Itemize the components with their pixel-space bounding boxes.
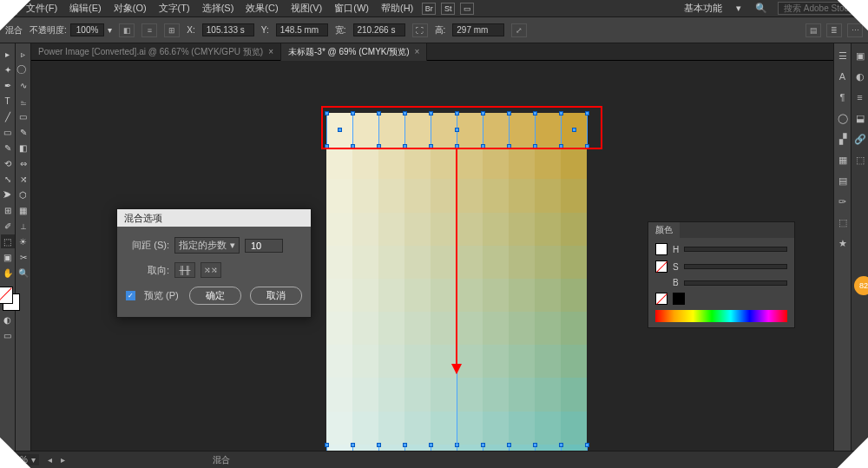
character-icon[interactable]: A [836,69,850,83]
preview-checkbox[interactable]: ✓ [126,291,135,300]
menu-object[interactable]: 对象(O) [110,0,150,16]
menu-type[interactable]: 文字(T) [155,0,194,16]
line-tool[interactable]: ╱ [1,109,15,123]
constrain-icon[interactable]: ⤢ [511,23,527,37]
swatches-icon[interactable]: ▦ [836,153,850,167]
orient-align-page[interactable]: ╫╫ [174,262,195,278]
properties-icon[interactable]: ☰ [836,49,850,63]
shape-icon[interactable]: ◯ [836,111,850,125]
gradient-tool[interactable]: ▦ [16,203,30,217]
measure-tool[interactable]: ⟂ [16,219,30,233]
pen-tool[interactable]: ✒ [1,78,15,92]
blend-tool[interactable]: ⬚ [1,234,15,248]
brush-tool[interactable]: ✎ [1,141,15,155]
eraser-tool[interactable]: ◧ [16,141,30,155]
h-value[interactable]: 297 mm [452,23,504,36]
spectrum-strip[interactable] [655,310,787,322]
zoom-tool[interactable]: 🔍 [16,266,30,280]
nav-next-icon[interactable]: ▸ [61,455,65,465]
menu-file[interactable]: 文件(F) [23,0,61,16]
y-value[interactable]: 148.5 mm [276,23,328,36]
cancel-button[interactable]: 取消 [250,287,302,305]
panel-menu-icon[interactable]: ⋯ [847,23,863,37]
lasso-tool[interactable]: ⃝ [16,63,30,76]
none-swatch[interactable] [655,293,667,305]
touch-type-tool[interactable]: ⎁ [16,94,30,108]
search-icon[interactable]: 🔍 [752,1,771,16]
layers-icon[interactable]: ▤ [836,174,850,188]
mesh-tool[interactable]: ⊞ [1,203,15,217]
asset-icon[interactable]: ⬓ [853,111,867,125]
artboard-tool[interactable]: ▣ [1,250,15,264]
tab-inactive[interactable]: Power Image [Converted].ai @ 66.67% (CMY… [31,43,281,61]
scale-tool[interactable]: ⤡ [1,172,15,186]
opacity-value[interactable]: 100% [70,23,105,36]
dialog-title[interactable]: 混合选项 [117,209,311,227]
menu-edit[interactable]: 编辑(E) [66,0,105,16]
canvas-area[interactable]: Power Image [Converted].ai @ 66.67% (CMY… [31,43,833,452]
paragraph-icon[interactable]: ¶ [836,90,850,104]
prefs-icon[interactable]: ≣ [826,23,842,37]
menu-effect[interactable]: 效果(C) [242,0,281,16]
close-icon[interactable]: × [415,47,420,56]
x-value[interactable]: 105.133 s [202,23,254,36]
reflect-tool[interactable]: ⇔ [16,156,30,170]
arrange-icon[interactable]: ▭ [460,3,474,15]
setup-icon[interactable]: ▤ [806,23,821,37]
brushes-icon[interactable]: ✑ [836,194,850,208]
magic-wand-tool[interactable]: ✦ [1,63,15,76]
menu-window[interactable]: 窗口(W) [331,0,372,16]
workspace-switcher[interactable]: 基本功能 [681,0,726,16]
menu-help[interactable]: 帮助(H) [378,0,417,16]
link-wh-icon[interactable]: ⛶ [412,23,428,37]
screen-mode-icon[interactable]: ▭ [1,328,15,342]
stroke-swatch[interactable] [655,260,667,273]
b-slider[interactable] [684,280,787,286]
symbols-icon[interactable]: ★ [836,236,850,250]
ok-button[interactable]: 确定 [189,287,241,305]
fill-swatch[interactable] [655,243,667,255]
tab-active[interactable]: 未标题-3* @ 69% (CMYK/预览) × [281,43,427,61]
curvature-tool[interactable]: ∿ [16,78,30,92]
menu-view[interactable]: 视图(V) [287,0,326,16]
black-swatch[interactable] [673,293,685,305]
hand-tool[interactable]: ✋ [1,266,15,280]
style-icon[interactable]: ◧ [119,23,135,37]
slice-tool[interactable]: ✂ [16,250,30,264]
stroke-icon[interactable]: ≡ [853,90,867,104]
chevron-down-icon[interactable]: ▾ [108,25,112,35]
h-slider[interactable] [684,247,787,252]
eyedropper-tool[interactable]: ✐ [1,219,15,233]
align-icon[interactable]: ≡ [141,23,157,37]
stock-icon[interactable]: St [441,3,455,15]
nav-prev-icon[interactable]: ◂ [48,455,52,465]
color-panel-tab[interactable]: 颜色 [648,222,680,238]
rotate-tool[interactable]: ⟲ [1,156,15,170]
fill-stroke-swatch[interactable] [0,287,20,311]
bridge-icon[interactable]: Br [422,3,436,15]
direct-select-tool[interactable]: ▹ [16,47,30,61]
libraries-icon[interactable]: ⬚ [836,215,850,229]
links-icon[interactable]: 🔗 [853,132,867,146]
align-panel-icon[interactable]: ⬚ [853,153,867,167]
chevron-down-icon[interactable]: ▾ [733,1,745,16]
w-value[interactable]: 210.266 s [353,23,405,36]
cloud-icon[interactable]: ◐ [853,69,867,83]
spacing-value-input[interactable] [245,239,283,253]
transform-icon[interactable]: ⊞ [164,23,180,37]
rectangle-tool[interactable]: ▭ [1,125,15,139]
free-transform-tool[interactable]: ⤨ [16,172,30,186]
symbol-tool[interactable]: ☀ [16,234,30,248]
orient-align-path[interactable]: ⤭⤭ [201,262,221,278]
menu-select[interactable]: 选择(S) [199,0,238,16]
close-icon[interactable]: × [268,47,273,56]
s-slider[interactable] [684,264,787,269]
width-tool[interactable]: ⮞ [1,188,15,201]
selection-tool[interactable]: ▸ [1,47,15,61]
rect-tool-2[interactable]: ▭ [16,109,30,123]
shape-builder-tool[interactable]: ⬡ [16,188,30,201]
pencil-tool[interactable]: ✎ [16,125,30,139]
color-mode-icon[interactable]: ◐ [1,313,15,326]
type-tool[interactable]: T [1,94,15,108]
spacing-mode-select[interactable]: 指定的步数 ▾ [174,237,240,254]
